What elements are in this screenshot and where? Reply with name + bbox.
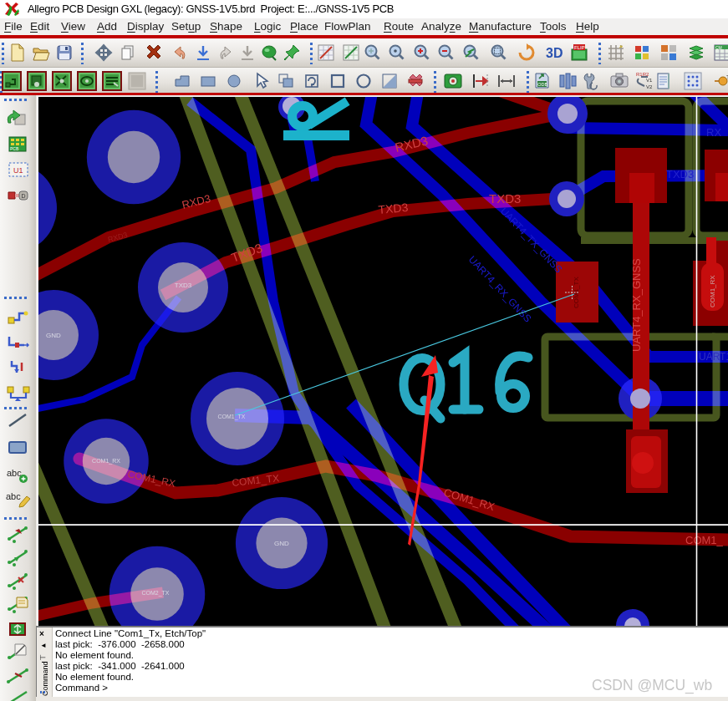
svg-text:COM1_RX: COM1_RX xyxy=(709,275,716,307)
svg-text:COM1_RX: COM1_RX xyxy=(92,458,120,465)
svg-text:TXD3: TXD3 xyxy=(666,168,694,180)
svg-text:COM1_: COM1_ xyxy=(685,534,724,546)
svg-text:GND: GND xyxy=(274,540,289,547)
svg-text:RX: RX xyxy=(706,126,721,139)
svg-text:TXD3: TXD3 xyxy=(489,191,521,206)
svg-text:V1: V1 xyxy=(646,78,653,83)
svg-text:PCB: PCB xyxy=(10,146,19,151)
svg-text:ODB: ODB xyxy=(537,82,547,87)
svg-text:3D: 3D xyxy=(546,46,563,60)
svg-text:TXD3: TXD3 xyxy=(378,201,409,216)
svg-text:FLIP: FLIP xyxy=(574,45,585,50)
svg-text:GND: GND xyxy=(46,332,61,339)
svg-text:abc: abc xyxy=(6,491,21,501)
svg-text:COM2_TX: COM2_TX xyxy=(141,590,169,597)
svg-text:abc: abc xyxy=(7,468,22,478)
svg-text:UART4_RX_GNSS: UART4_RX_GNSS xyxy=(630,258,643,352)
svg-text:UART1_R: UART1_R xyxy=(699,351,728,363)
svg-text:V2: V2 xyxy=(646,84,653,89)
svg-text:TXD3: TXD3 xyxy=(175,282,192,289)
svg-text:COM1_TX: COM1_TX xyxy=(217,414,245,420)
svg-text:COM1_TX: COM1_TX xyxy=(573,277,580,308)
svg-text:CM: CM xyxy=(715,45,722,50)
svg-text:U1: U1 xyxy=(13,166,23,175)
svg-text:D: D xyxy=(22,193,26,199)
